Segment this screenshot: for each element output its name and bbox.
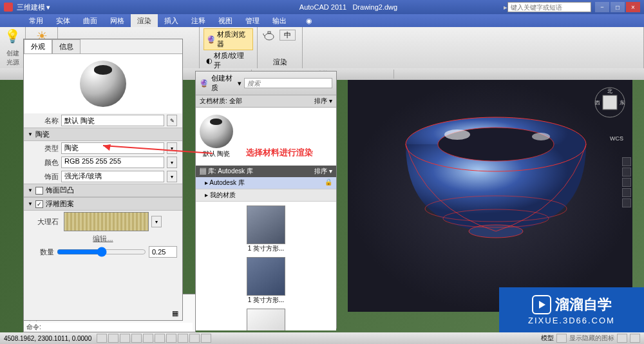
tab-insert[interactable]: 插入 [158,14,185,27]
qp-icon[interactable] [201,334,211,343]
grid-icon[interactable] [108,334,118,343]
ducs-icon[interactable] [166,334,176,343]
coordinates: 4508.1962, 2300.1011, 0.0000 [4,335,91,342]
svg-line-2 [103,146,213,153]
tab-solid[interactable]: 实体 [50,14,77,27]
sort-dropdown[interactable]: 排序 ▾ [314,167,332,176]
dropdown-icon[interactable]: ▾ [167,157,177,168]
tab-home[interactable]: 常用 [23,14,50,27]
materials-browser-panel: 🔮 创建材质 ▾ 文档材质: 全部 排序 ▾ 默认 陶瓷 ▦ 库: Autode… [195,71,337,329]
tab-info[interactable]: 信息 [52,39,80,53]
type-label: 类型 [29,144,59,153]
tab-view[interactable]: 视图 [212,14,239,27]
layout-icon[interactable] [556,334,567,343]
dropdown-icon[interactable]: ▾ [167,171,177,182]
annotation-text: 选择材料进行渲染 [246,147,313,158]
sort-dropdown[interactable]: 排序 ▾ [314,97,332,106]
doc-materials-label[interactable]: 文档材质: 全部 [200,97,242,106]
tab-render[interactable]: 渲染 [131,14,158,27]
section-pattern[interactable]: ✓ 浮雕图案 [24,197,182,211]
color-select[interactable]: RGB 255 255 255 [61,157,164,168]
material-swatch-2[interactable] [247,257,285,296]
sphere-icon: 🔮 [207,35,216,44]
grid-icon[interactable]: ▦ [172,309,178,318]
status-icon[interactable] [617,334,627,343]
pattern-checkbox[interactable]: ✓ [35,200,43,208]
light-icon[interactable]: 💡 [4,28,21,44]
maximize-button[interactable]: □ [611,2,625,12]
minimize-button[interactable]: － [595,2,609,12]
tab-manage[interactable]: 管理 [239,14,266,27]
material-swatch-1[interactable] [247,205,285,244]
swatch-label: 1 英寸方形... [247,296,285,305]
dropdown-icon[interactable]: ▾ [46,3,50,12]
otrack-icon[interactable] [155,334,165,343]
snap-icon[interactable] [97,334,107,343]
orbit-icon[interactable] [622,188,631,197]
ortho-icon[interactable] [120,334,130,343]
create-material-dropdown[interactable]: 创建材质 [211,73,235,93]
osnap-icon[interactable] [143,334,153,343]
svg-point-10 [444,129,470,140]
section-ceramic[interactable]: 陶瓷 [24,128,182,141]
watermark: 溜溜自学 ZIXUE.3D66.COM [499,287,644,332]
annotation-arrow [97,143,213,156]
tab-annotate[interactable]: 注释 [185,14,212,27]
qty-label: 数量 [29,247,54,257]
qty-input[interactable] [149,246,177,258]
texture-open-button[interactable]: ◐ 材质/纹理开 [204,50,253,71]
tree-my-materials[interactable]: ▸ 我的材质 [196,189,336,202]
name-label: 名称 [29,116,59,126]
polar-icon[interactable] [131,334,142,343]
model-tab[interactable]: 模型 [541,334,554,343]
bump-checkbox[interactable] [35,187,43,195]
teapot-icon[interactable] [261,28,277,41]
marble-label: 大理石 [29,217,59,227]
material-browser-button[interactable]: 🔮 材质浏览器 [204,28,253,50]
dropdown-icon[interactable]: ▾ [151,216,162,227]
nav-wheel-icon[interactable] [622,157,631,166]
pattern-preview[interactable] [64,212,149,231]
tab-mesh[interactable]: 网格 [104,14,131,27]
svg-text:东: 东 [620,100,625,106]
dropdown-icon[interactable]: ▾ [238,79,242,88]
qty-slider[interactable] [57,247,146,256]
material-swatch-3[interactable] [247,309,285,330]
showhide-icon[interactable] [622,198,631,207]
close-button[interactable]: × [626,2,640,12]
preview-sphere [80,61,126,107]
edit-link[interactable]: 编辑... [93,234,113,244]
finish-label: 饰面 [29,172,59,182]
cmd-input[interactable]: 命令: [26,323,193,332]
dyn-icon[interactable] [178,334,188,343]
play-icon [532,295,551,314]
workspace-selector[interactable]: 三维建模 [17,3,45,12]
pan-icon[interactable] [622,167,631,177]
status-hint: 显示隐藏的图标 [569,334,614,343]
app-icon [4,3,13,12]
wcs-label[interactable]: WCS [610,135,623,142]
tab-appearance[interactable]: 外观 [24,39,52,53]
name-input[interactable] [61,115,164,126]
viewcube[interactable]: 北 西 东 [594,86,626,119]
material-search[interactable] [244,78,332,88]
tree-autodesk-lib[interactable]: ▸ Autodesk 库 🔒 [196,177,336,189]
status-icon[interactable] [630,334,640,343]
ribbon-extra: ◉ [306,17,312,25]
section-bump[interactable]: 饰面凹凸 [24,184,182,197]
bowl-model[interactable] [399,106,592,247]
help-search[interactable] [507,2,591,12]
lwt-icon[interactable] [189,334,200,343]
eyedropper-icon[interactable]: ✎ [167,115,177,126]
swatch-label: 1 英寸方形... [247,244,285,253]
title-text: AutoCAD 2011 Drawing2.dwg [193,3,504,11]
tab-output[interactable]: 输出 [266,14,293,27]
zoom-icon[interactable] [622,178,631,187]
finish-select[interactable]: 强光泽/玻璃 [61,171,164,182]
svg-text:西: 西 [595,100,600,106]
tab-surface[interactable]: 曲面 [77,14,104,27]
render-quality-select[interactable]: 中 [279,30,296,41]
3d-viewport[interactable]: 北 西 东 WCS [348,80,632,312]
library-header[interactable]: ▦ 库: Autodesk 库 [200,167,253,176]
render-button-label[interactable]: 渲染 [261,57,298,67]
